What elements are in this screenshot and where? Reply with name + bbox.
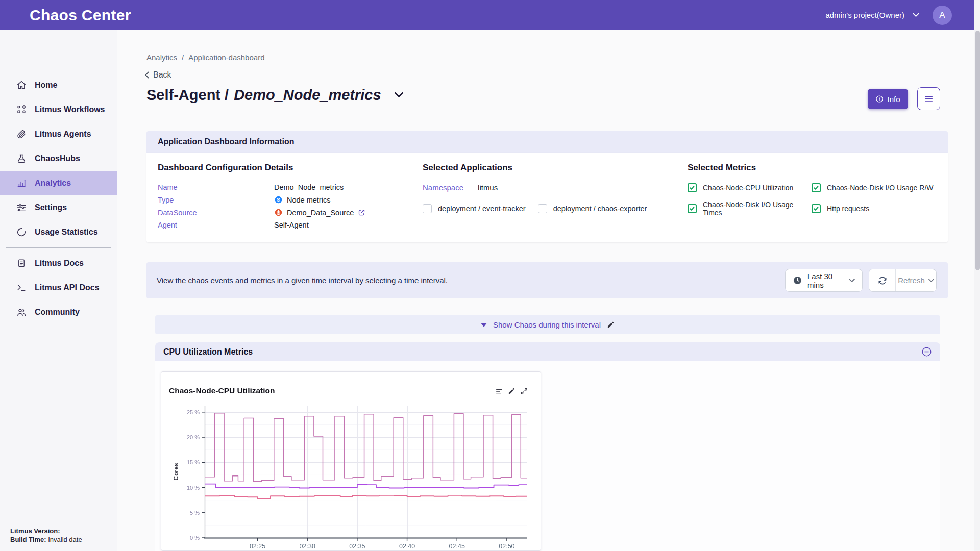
scrollbar-track[interactable] — [974, 0, 980, 551]
datasource-label: DataSource — [158, 209, 274, 217]
checkbox-chaos-exporter[interactable]: deployment / chaos-exporter — [538, 204, 647, 213]
refresh-controls: Refresh — [869, 269, 937, 292]
checkbox-checked-icon — [688, 204, 697, 213]
home-icon — [15, 79, 28, 91]
dashboard-configuration-column: Dashboard Configuration Details Name Dem… — [158, 163, 423, 229]
project-dropdown[interactable]: admin's project(Owner) — [825, 11, 919, 19]
sidebar-item-label: Litmus API Docs — [35, 283, 100, 292]
sidebar-item-settings[interactable]: Settings — [0, 195, 117, 220]
cpu-section-title: CPU Utilization Metrics — [163, 347, 253, 357]
checkbox-disk-io-times[interactable]: Chaos-Node-Disk I/O Usage Times — [688, 201, 812, 217]
sidebar-item-label: Litmus Agents — [35, 130, 91, 139]
refresh-icon — [877, 276, 888, 286]
panel-header: Application Dashboard Information — [146, 131, 948, 153]
title-chevron-down-icon[interactable] — [395, 92, 403, 98]
edit-pencil-icon[interactable] — [607, 321, 615, 329]
sidebar-item-litmus-agents[interactable]: Litmus Agents — [0, 122, 117, 146]
sidebar-item-community[interactable]: Community — [0, 300, 117, 324]
agent-name: Self-Agent / — [146, 87, 229, 104]
hamburger-icon — [923, 93, 934, 104]
breadcrumb-application-dashboard[interactable]: Application-dashboard — [188, 53, 264, 62]
checkbox-checked-icon — [812, 204, 821, 213]
sidebar-item-litmus-workflows[interactable]: Litmus Workflows — [0, 97, 117, 122]
breadcrumb-separator: / — [182, 53, 184, 62]
metrics-heading: Selected Metrics — [688, 163, 937, 173]
sidebar-item-label: Settings — [35, 203, 67, 212]
chevron-down-icon — [928, 279, 934, 283]
dashboard-menu-button[interactable] — [917, 87, 940, 110]
triangle-down-icon[interactable] — [481, 323, 487, 327]
terminal-icon — [15, 282, 28, 294]
cpu-utilization-section-body: Chaos-Node-CPU Utilization — [155, 361, 940, 551]
type-value: Node metrics — [274, 195, 423, 204]
time-interval-description: View the chaos events and metrics in a g… — [157, 275, 455, 286]
dashboard-name: Demo_Node_metrics — [234, 87, 381, 104]
info-button[interactable]: Info — [868, 89, 908, 109]
sidebar-item-label: Litmus Docs — [35, 259, 84, 268]
prometheus-icon — [274, 208, 283, 217]
back-label: Back — [153, 70, 172, 80]
time-range-select[interactable]: Last 30 mins — [785, 269, 863, 292]
cpu-utilization-section-header: CPU Utilization Metrics — [155, 342, 940, 361]
build-time-value: Invalid date — [48, 536, 82, 543]
agent-value: Self-Agent — [274, 221, 423, 229]
cpu-utilization-chart — [161, 372, 542, 551]
page-title: Self-Agent / Demo_Node_metrics — [146, 87, 403, 104]
refresh-interval-select[interactable]: Refresh — [896, 269, 936, 291]
checkbox-label: deployment / chaos-exporter — [553, 205, 647, 213]
chart-title: Chaos-Node-CPU Utilization — [169, 386, 275, 395]
refresh-now-button[interactable] — [869, 269, 896, 291]
checkbox-icon — [423, 204, 432, 213]
chart-expand-icon[interactable] — [520, 387, 528, 395]
breadcrumb-analytics[interactable]: Analytics — [146, 53, 177, 62]
collapse-section-icon[interactable] — [921, 346, 932, 357]
sidebar-divider — [6, 247, 111, 248]
scrollbar-thumb[interactable] — [975, 31, 980, 270]
info-icon — [875, 95, 884, 103]
clock-icon — [793, 276, 802, 285]
sliders-icon — [15, 202, 28, 214]
sidebar-item-label: Analytics — [35, 179, 71, 188]
sidebar-item-label: Community — [35, 308, 80, 317]
checkbox-label: deployment / event-tracker — [438, 205, 526, 213]
info-button-label: Info — [887, 95, 900, 104]
back-button[interactable]: Back — [144, 70, 172, 80]
external-link-icon[interactable] — [358, 209, 365, 216]
selected-metrics-column: Selected Metrics Chaos-Node-CPU Utilizat… — [688, 163, 937, 229]
sidebar-item-home[interactable]: Home — [0, 73, 117, 97]
usage-icon — [15, 226, 28, 238]
app-header: Chaos Center admin's project(Owner) A — [0, 0, 980, 30]
sidebar-item-label: Litmus Workflows — [35, 105, 105, 114]
sidebar-item-litmus-api-docs[interactable]: Litmus API Docs — [0, 276, 117, 300]
node-metrics-icon — [274, 195, 283, 204]
sidebar-item-chaoshubs[interactable]: ChaosHubs — [0, 146, 117, 171]
chart-menu-icon[interactable] — [495, 387, 503, 395]
chevron-left-icon — [144, 71, 149, 79]
app-title: Chaos Center — [30, 7, 131, 24]
sidebar-item-litmus-docs[interactable]: Litmus Docs — [0, 251, 117, 276]
checkbox-http-requests[interactable]: Http requests — [812, 201, 937, 217]
checkbox-event-tracker[interactable]: deployment / event-tracker — [423, 204, 526, 213]
name-value: Demo_Node_metrics — [274, 183, 423, 191]
chevron-down-icon — [913, 13, 919, 17]
checkbox-label: Chaos-Node-Disk I/O Usage R/W — [827, 184, 934, 192]
checkbox-label: Chaos-Node-CPU Utilization — [703, 184, 793, 192]
build-time-label: Build Time: — [10, 536, 46, 543]
sidebar: Home Litmus Workflows Litmus Agents Chao… — [0, 30, 117, 551]
panel-title: Application Dashboard Information — [158, 137, 295, 146]
namespace-value: litmus — [478, 183, 498, 192]
paperclip-icon — [15, 128, 28, 140]
chart-edit-icon[interactable] — [508, 387, 516, 395]
namespace-label: Namespace — [423, 183, 463, 192]
community-icon — [15, 306, 28, 318]
checkbox-cpu-utilization[interactable]: Chaos-Node-CPU Utilization — [688, 183, 812, 192]
project-label: admin's project(Owner) — [825, 11, 904, 19]
time-interval-bar: View the chaos events and metrics in a g… — [146, 262, 948, 298]
checkbox-disk-io-rw[interactable]: Chaos-Node-Disk I/O Usage R/W — [812, 183, 937, 192]
checkbox-checked-icon — [812, 183, 821, 192]
show-chaos-label[interactable]: Show Chaos during this interval — [493, 320, 601, 329]
sidebar-item-usage-statistics[interactable]: Usage Statistics — [0, 220, 117, 244]
version-info: Litmus Version: Build Time: Invalid date — [10, 527, 82, 544]
avatar[interactable]: A — [933, 6, 952, 25]
sidebar-item-analytics[interactable]: Analytics — [0, 171, 117, 195]
